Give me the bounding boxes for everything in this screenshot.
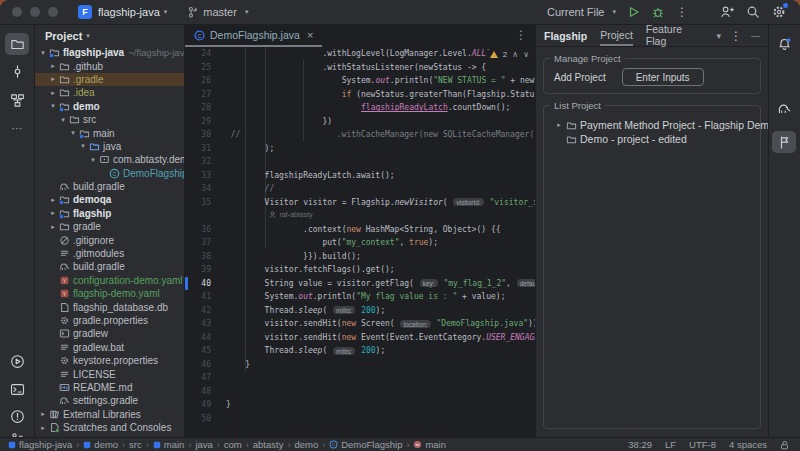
chevron-down-icon[interactable]: ▾ — [716, 31, 721, 41]
line-number[interactable]: 43 — [185, 319, 211, 328]
code-text[interactable]: put("my_context", true); — [226, 238, 438, 247]
project-tree-item[interactable]: gradle.properties — [35, 314, 184, 327]
tab-options-kebab[interactable]: ⋮ — [515, 29, 527, 41]
code-text[interactable]: .withLogLevel(LogManager.Level.ALL) — [226, 49, 491, 58]
line-number[interactable]: 38 — [185, 252, 211, 261]
project-tree-item[interactable]: ▸.gradle — [35, 73, 184, 86]
chevron-collapsed-icon[interactable]: ▸ — [554, 121, 564, 129]
project-tree-item[interactable]: ▾demo — [35, 100, 184, 113]
breadcrumb-item[interactable]: flagship-java — [8, 439, 72, 450]
chevron-expanded-icon[interactable]: ▾ — [78, 142, 88, 150]
code-text[interactable]: }}).build(); — [226, 252, 361, 261]
line-number[interactable]: 37 — [185, 238, 211, 247]
tab-project[interactable]: Project — [600, 25, 633, 46]
code-text[interactable]: }) — [226, 117, 332, 126]
chevron-collapsed-icon[interactable]: ▸ — [38, 424, 48, 432]
line-number[interactable]: 32 — [185, 157, 211, 166]
tool-stripe-commit-button[interactable] — [5, 60, 29, 82]
project-selector[interactable]: flagship-java — [98, 6, 160, 18]
run-button[interactable] — [628, 6, 640, 18]
code-text[interactable]: flagshipReadyLatch.countDown(); — [226, 103, 510, 112]
project-tree-item[interactable]: build.gradle — [35, 260, 184, 273]
chevron-expanded-icon[interactable]: ▾ — [58, 116, 68, 124]
breadcrumb-item[interactable]: demo — [83, 439, 118, 450]
tab-feature-flag[interactable]: Feature Flag — [646, 25, 704, 46]
breadcrumb-item[interactable]: abtasty — [253, 439, 284, 450]
chevron-expanded-icon[interactable]: ▾ — [68, 129, 78, 137]
project-tree-item[interactable]: ▸External Libraries — [35, 408, 184, 421]
code-text[interactable]: } — [226, 400, 231, 409]
code-text[interactable]: String value = visitor.getFlag( key: "my… — [226, 279, 535, 288]
project-tree-item[interactable]: ▾java — [35, 140, 184, 153]
line-number[interactable]: 33 — [185, 171, 211, 180]
code-text[interactable]: .context(new HashMap<String, Object>() {… — [226, 225, 501, 234]
code-text[interactable]: visitor.sendHit(new Event(Event.EventCat… — [226, 333, 535, 342]
window-zoom-button[interactable] — [48, 7, 58, 17]
project-tree-item[interactable]: ▾main — [35, 126, 184, 139]
encoding-widget[interactable]: UTF-8 — [689, 439, 716, 450]
code-text[interactable]: System.out.println("My flag value is : "… — [226, 292, 505, 301]
project-tree-item[interactable]: ▸gradle — [35, 220, 184, 233]
code-text[interactable]: Visitor visitor = Flagship.newVisitor( v… — [226, 198, 535, 207]
chevron-collapsed-icon[interactable]: ▸ — [48, 209, 58, 217]
line-number[interactable]: 35 — [185, 198, 211, 207]
chevron-collapsed-icon[interactable]: ▸ — [48, 62, 58, 70]
unlocked-padlock-icon[interactable] — [780, 440, 790, 450]
code-text[interactable]: flagshipReadyLatch.await(); — [226, 171, 395, 180]
code-text[interactable]: // .withCacheManager(new SQLiteCacheMana… — [226, 130, 535, 139]
tool-stripe-notifications-button[interactable] — [772, 33, 796, 55]
branch-selector[interactable]: master ▾ — [187, 6, 248, 18]
breadcrumb-item[interactable]: CDemoFlagship — [329, 439, 402, 450]
project-tree-item[interactable]: gradlew — [35, 327, 184, 340]
code-text[interactable]: System.out.println("NEW STATUS = " + new… — [226, 76, 535, 85]
flagship-project-item[interactable]: ▸Payment Method Project - Flagship Demo — [552, 118, 752, 132]
project-tree-item[interactable]: ▸.idea — [35, 86, 184, 99]
breadcrumb-item[interactable]: demo — [294, 439, 318, 450]
breadcrumb-item[interactable]: com — [224, 439, 242, 450]
search-icon[interactable] — [746, 5, 760, 19]
project-tree-item[interactable]: ▾src — [35, 113, 184, 126]
tool-stripe-terminal-button[interactable] — [5, 378, 29, 400]
line-number[interactable]: 36 — [185, 225, 211, 234]
line-ending-widget[interactable]: LF — [665, 439, 676, 450]
tool-window-options-kebab[interactable]: ⋮ — [730, 30, 742, 42]
code-text[interactable]: } — [226, 360, 250, 369]
chevron-collapsed-icon[interactable]: ▸ — [48, 196, 58, 204]
add-project-button[interactable]: Add Project — [552, 70, 608, 85]
project-tree-item[interactable]: ▾flagship-java~/flagship-java — [35, 46, 184, 59]
breadcrumb-item[interactable]: mmain — [413, 439, 446, 450]
project-tree-item[interactable]: gradlew.bat — [35, 341, 184, 354]
line-number[interactable]: 44 — [185, 333, 211, 342]
project-tree-item[interactable]: ▸Scratches and Consoles — [35, 421, 184, 434]
window-minimize-button[interactable] — [30, 7, 40, 17]
chevron-expanded-icon[interactable]: ▾ — [38, 49, 48, 57]
line-number[interactable]: 42 — [185, 306, 211, 315]
indent-widget[interactable]: 4 spaces — [729, 439, 767, 450]
breadcrumb-item[interactable]: src — [129, 439, 142, 450]
chevron-expanded-icon[interactable]: ▾ — [48, 102, 58, 110]
line-number[interactable]: 50 — [185, 414, 211, 423]
project-tree-item[interactable]: .gitmodules — [35, 247, 184, 260]
editor-tab[interactable]: C DemoFlagship.java × — [185, 25, 322, 47]
project-tree-item[interactable]: README.md — [35, 381, 184, 394]
tool-stripe-more-button[interactable]: ⋯ — [5, 117, 29, 139]
line-number[interactable]: 48 — [185, 387, 211, 396]
code-text[interactable]: Thread.sleep( millis: 200); — [226, 306, 385, 315]
line-number[interactable]: 49 — [185, 400, 211, 409]
add-user-button[interactable] — [720, 5, 734, 19]
code-text[interactable]: raf-abtasty — [226, 211, 312, 220]
chevron-collapsed-icon[interactable]: ▸ — [48, 223, 58, 231]
inspection-widget[interactable]: 2 ∧ ∨ — [486, 50, 529, 59]
tool-stripe-flagship-button[interactable] — [772, 131, 796, 153]
prev-problem-icon[interactable]: ∧ — [512, 50, 518, 59]
line-number[interactable]: 25 — [185, 63, 211, 72]
project-tree-item[interactable]: CDemoFlagship — [35, 167, 184, 180]
project-tree-item[interactable]: ▾com.abtasty.demo — [35, 153, 184, 166]
project-tree-item[interactable]: Yflagship-demo.yaml — [35, 287, 184, 300]
hide-tool-window-icon[interactable]: — — [751, 31, 760, 41]
code-text[interactable]: Thread.sleep( millis: 200); — [226, 346, 385, 355]
project-panel-header[interactable]: Project ▾ — [35, 25, 184, 46]
tool-stripe-problems-button[interactable] — [5, 405, 29, 427]
line-number[interactable]: 47 — [185, 373, 211, 382]
line-number[interactable]: 45 — [185, 346, 211, 355]
